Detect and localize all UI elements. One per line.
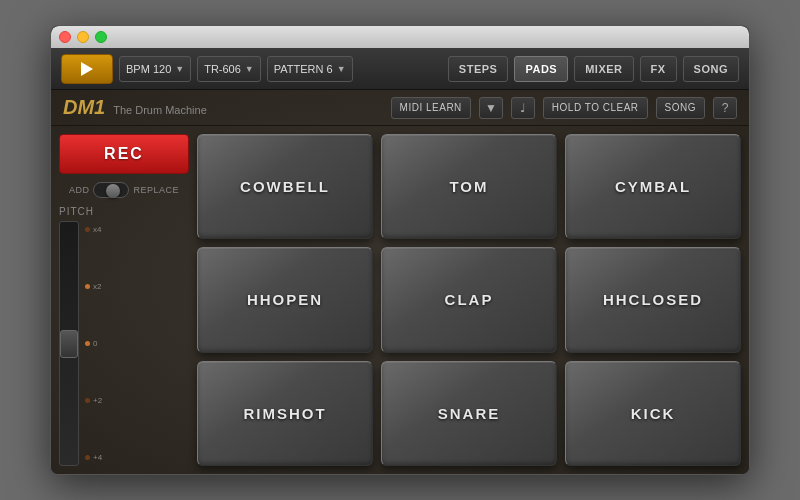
tab-fx[interactable]: FX (640, 56, 677, 82)
pitch-area: x4 x2 0 +2 (59, 221, 189, 466)
left-panel: REC ADD REPLACE PITCH (59, 134, 189, 466)
metronome-icon-button[interactable]: ♩ (511, 97, 535, 119)
pad-clap[interactable]: CLAP (381, 247, 557, 352)
bpm-control[interactable]: BPM 120 ▼ (119, 56, 191, 82)
tab-pads[interactable]: PADS (514, 56, 568, 82)
add-replace-toggle[interactable] (93, 182, 129, 198)
pitch-section: PITCH x4 x2 (59, 206, 189, 466)
pad-rimshot-label: RIMSHOT (243, 405, 326, 422)
machine-control[interactable]: TR-606 ▼ (197, 56, 261, 82)
tab-song[interactable]: SONG (683, 56, 739, 82)
pad-hhopen-label: HHOPEN (247, 291, 323, 308)
add-label: ADD (69, 185, 90, 195)
pad-kick-label: KICK (631, 405, 676, 422)
play-icon (81, 62, 93, 76)
tab-steps[interactable]: STEPS (448, 56, 509, 82)
pad-rimshot[interactable]: RIMSHOT (197, 361, 373, 466)
minimize-button[interactable] (77, 31, 89, 43)
pattern-label: PATTERN 6 (274, 63, 333, 75)
hold-to-clear-button[interactable]: HOLD TO CLEAR (543, 97, 648, 119)
machine-label: TR-606 (204, 63, 241, 75)
pitch-marks: x4 x2 0 +2 (85, 221, 102, 466)
replace-label: REPLACE (133, 185, 179, 195)
pad-tom-label: TOM (449, 178, 488, 195)
pitch-mark-0: 0 (85, 339, 102, 348)
pad-hhclosed[interactable]: HHCLOSED (565, 247, 741, 352)
pad-cymbal-label: CYMBAL (615, 178, 691, 195)
pitch-text-plus2: +2 (93, 396, 102, 405)
app-subtitle: The Drum Machine (113, 104, 207, 116)
filter-icon-button[interactable]: ▼ (479, 97, 503, 119)
pad-cymbal[interactable]: CYMBAL (565, 134, 741, 239)
pad-clap-label: CLAP (445, 291, 494, 308)
title-bar (51, 26, 749, 48)
pitch-dot-plus2 (85, 398, 90, 403)
sub-toolbar: DM1 The Drum Machine MIDI LEARN ▼ ♩ HOLD… (51, 90, 749, 126)
pitch-text-plus4: +4 (93, 453, 102, 462)
pitch-handle[interactable] (60, 330, 78, 358)
pitch-dot-0 (85, 341, 90, 346)
main-window: BPM 120 ▼ TR-606 ▼ PATTERN 6 ▼ STEPS PAD… (50, 25, 750, 475)
main-toolbar: BPM 120 ▼ TR-606 ▼ PATTERN 6 ▼ STEPS PAD… (51, 48, 749, 90)
play-button[interactable] (61, 54, 113, 84)
pitch-dot-x4 (85, 227, 90, 232)
bpm-label: BPM 120 (126, 63, 171, 75)
bpm-arrow-icon: ▼ (175, 64, 184, 74)
pitch-text-0: 0 (93, 339, 97, 348)
pitch-text-x4: x4 (93, 225, 101, 234)
pad-kick[interactable]: KICK (565, 361, 741, 466)
app-title: DM1 The Drum Machine (63, 96, 207, 119)
pitch-dot-plus4 (85, 455, 90, 460)
help-button[interactable]: ? (713, 97, 737, 119)
add-replace-control: ADD REPLACE (59, 182, 189, 198)
pad-hhclosed-label: HHCLOSED (603, 291, 703, 308)
pattern-arrow-icon: ▼ (337, 64, 346, 74)
song-button[interactable]: SONG (656, 97, 705, 119)
pads-grid: COWBELL TOM CYMBAL HHOPEN CLAP HHCLOSED (197, 134, 741, 466)
tab-mixer[interactable]: MIXER (574, 56, 633, 82)
machine-arrow-icon: ▼ (245, 64, 254, 74)
pitch-dot-x2 (85, 284, 90, 289)
pitch-mark-plus2: +2 (85, 396, 102, 405)
pad-snare[interactable]: SNARE (381, 361, 557, 466)
rec-button[interactable]: REC (59, 134, 189, 174)
content-area: REC ADD REPLACE PITCH (51, 126, 749, 474)
pitch-slider[interactable] (59, 221, 79, 466)
toggle-knob (106, 184, 120, 198)
pitch-text-x2: x2 (93, 282, 101, 291)
app-name: DM1 (63, 96, 105, 119)
midi-learn-button[interactable]: MIDI LEARN (391, 97, 471, 119)
pitch-mark-x2: x2 (85, 282, 102, 291)
pitch-mark-plus4: +4 (85, 453, 102, 462)
pad-cowbell-label: COWBELL (240, 178, 330, 195)
pad-hhopen[interactable]: HHOPEN (197, 247, 373, 352)
close-button[interactable] (59, 31, 71, 43)
pad-snare-label: SNARE (438, 405, 501, 422)
pattern-control[interactable]: PATTERN 6 ▼ (267, 56, 353, 82)
main-area: DM1 The Drum Machine MIDI LEARN ▼ ♩ HOLD… (51, 90, 749, 474)
pad-cowbell[interactable]: COWBELL (197, 134, 373, 239)
maximize-button[interactable] (95, 31, 107, 43)
pitch-label: PITCH (59, 206, 189, 217)
pad-tom[interactable]: TOM (381, 134, 557, 239)
pitch-mark-x4: x4 (85, 225, 102, 234)
